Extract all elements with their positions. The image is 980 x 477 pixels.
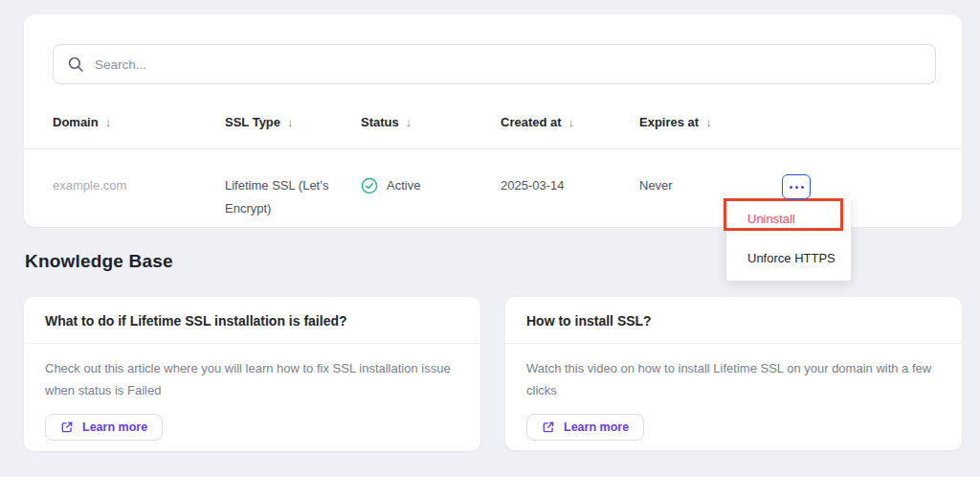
sort-icon[interactable]: ↓ [105, 115, 112, 129]
sort-icon[interactable]: ↓ [406, 115, 412, 129]
cell-created-at: 2025-03-14 [501, 148, 639, 227]
column-header-expires-at[interactable]: Expires at ↓ [639, 115, 782, 129]
column-header-created-at[interactable]: Created at ↓ [501, 115, 639, 129]
search-input[interactable] [95, 57, 922, 72]
search-box[interactable] [53, 44, 936, 84]
sort-icon[interactable]: ↓ [287, 115, 294, 129]
table-header: Domain ↓ SSL Type ↓ Status ↓ Created at … [24, 115, 962, 129]
column-label: Status [361, 115, 399, 129]
column-header-domain[interactable]: Domain ↓ [53, 115, 225, 129]
ssl-management-page: Domain ↓ SSL Type ↓ Status ↓ Created at … [0, 0, 980, 477]
ellipsis-icon [790, 186, 792, 189]
menu-item-uninstall[interactable]: Uninstall [726, 199, 851, 238]
column-label: Expires at [639, 115, 699, 129]
row-actions-button[interactable] [782, 174, 811, 199]
column-header-status[interactable]: Status ↓ [361, 115, 501, 129]
cell-status: Active [361, 148, 501, 227]
column-label: Created at [501, 115, 562, 129]
kb-card-title: How to install SSL? [505, 297, 962, 344]
kb-card-text: Check out this article where you will le… [45, 357, 456, 401]
cell-ssl-type: Lifetime SSL (Let’s Encrypt) [225, 148, 351, 227]
learn-more-label: Learn more [564, 420, 629, 434]
column-label: Domain [53, 115, 99, 129]
ssl-table-card: Domain ↓ SSL Type ↓ Status ↓ Created at … [24, 14, 962, 227]
ellipsis-icon [801, 186, 804, 189]
kb-card-how-to-install: How to install SSL? Watch this video on … [505, 297, 962, 450]
learn-more-button[interactable]: Learn more [45, 414, 163, 441]
column-header-ssl-type[interactable]: SSL Type ↓ [225, 115, 361, 129]
status-label: Active [387, 174, 420, 197]
ellipsis-icon [795, 186, 798, 189]
kb-card-title: What to do if Lifetime SSL installation … [24, 297, 480, 344]
knowledge-base-heading: Knowledge Base [25, 251, 173, 272]
search-icon [67, 56, 85, 74]
cell-domain: example.com [53, 148, 225, 227]
row-actions-menu: Uninstall Unforce HTTPS [726, 196, 851, 281]
external-link-icon [60, 420, 74, 434]
status-active-icon [361, 177, 378, 194]
column-label: SSL Type [225, 115, 280, 129]
kb-card-failed-install: What to do if Lifetime SSL installation … [24, 297, 480, 451]
kb-card-body: Check out this article where you will le… [24, 344, 480, 441]
sort-icon[interactable]: ↓ [705, 115, 712, 129]
sort-icon[interactable]: ↓ [568, 115, 575, 129]
learn-more-button[interactable]: Learn more [526, 414, 644, 441]
menu-item-unforce-https[interactable]: Unforce HTTPS [726, 238, 851, 278]
learn-more-label: Learn more [82, 420, 147, 434]
external-link-icon [542, 420, 555, 434]
kb-card-text: Watch this video on how to install Lifet… [526, 357, 937, 401]
kb-card-body: Watch this video on how to install Lifet… [505, 344, 962, 441]
